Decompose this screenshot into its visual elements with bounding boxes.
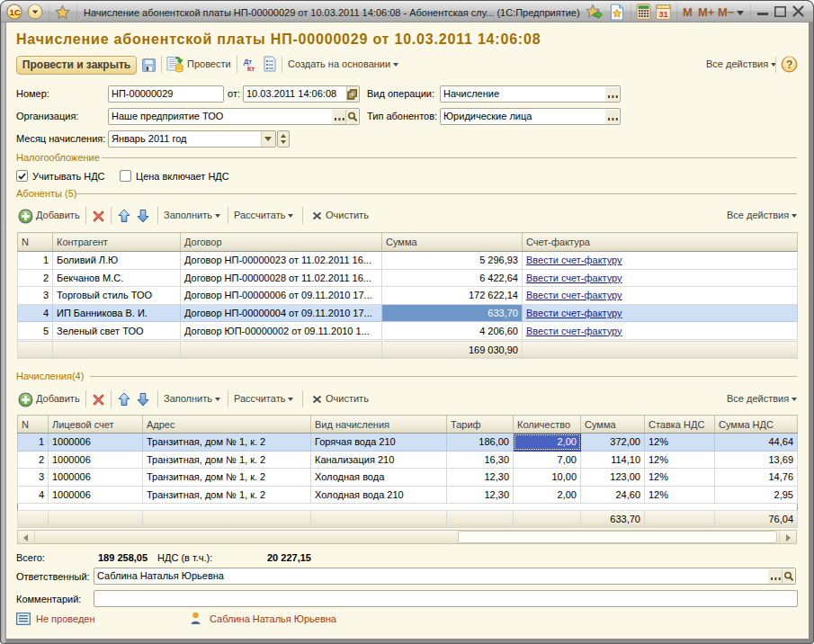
svg-text:Кт: Кт (247, 65, 255, 73)
svg-text:?: ? (786, 58, 792, 71)
